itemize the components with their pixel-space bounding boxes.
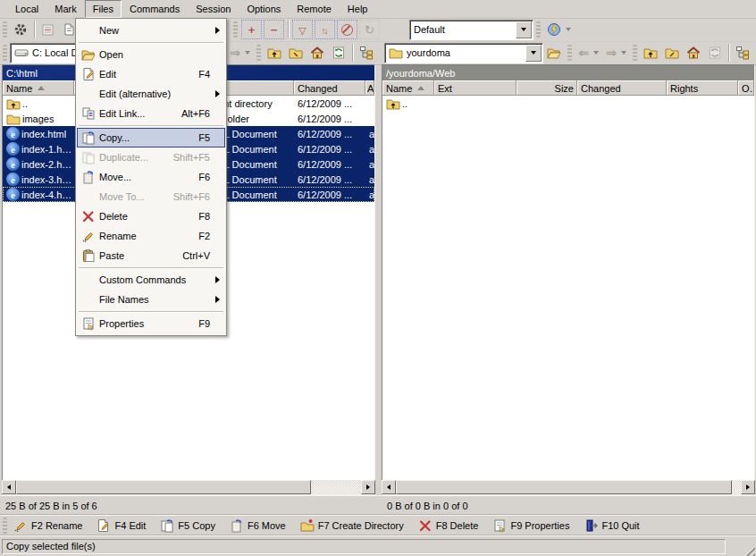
home-icon — [686, 46, 701, 60]
toolbar-grip[interactable] — [3, 45, 7, 61]
f8-delete-button[interactable]: F8 Delete — [418, 518, 479, 533]
f6-move-button[interactable]: F6 Move — [230, 518, 286, 533]
scroll-right-button[interactable] — [361, 480, 375, 494]
forward-arrow-icon: ⇒ — [606, 46, 617, 60]
f2-rename-button[interactable]: F2 Rename — [13, 518, 82, 533]
remote-open-directory-button[interactable] — [661, 43, 683, 63]
queue-button[interactable] — [38, 20, 59, 39]
f9-properties-button[interactable]: F9 Properties — [492, 518, 569, 533]
menu-item-properties[interactable]: PropertiesF9 — [77, 314, 225, 333]
toolbar-grip[interactable] — [3, 21, 7, 38]
column-header-owner[interactable]: Owner — [738, 80, 754, 96]
scroll-left-button[interactable] — [382, 480, 396, 494]
local-horizontal-scrollbar[interactable] — [2, 480, 375, 494]
column-header-ext[interactable]: Ext — [434, 80, 517, 96]
remote-path-bar[interactable]: /yourdoma/Web — [382, 65, 754, 80]
menu-remote[interactable]: Remote — [289, 0, 340, 18]
f7-create-directory-button[interactable]: F7 Create Directory — [300, 518, 404, 533]
hard-disk-icon — [14, 46, 29, 60]
f4-edit-button[interactable]: F4 Edit — [97, 518, 146, 533]
edit-link-icon — [81, 106, 96, 121]
toolbar-grip[interactable] — [633, 45, 637, 61]
menu-item-new[interactable]: New — [77, 21, 225, 40]
new-session-button[interactable] — [543, 20, 565, 39]
forward-arrow-icon: ⇒ — [230, 46, 240, 60]
menu-item-paste[interactable]: PasteCtrl+V — [77, 246, 225, 265]
local-forward-dropdown-icon — [245, 51, 250, 55]
menu-item-edit-link[interactable]: Edit Link...Alt+F6 — [77, 104, 225, 123]
remote-horizontal-scrollbar[interactable] — [382, 480, 755, 494]
menu-item-rename[interactable]: RenameF2 — [77, 226, 225, 246]
new-session-dropdown-icon[interactable] — [566, 28, 571, 31]
local-open-directory-button[interactable] — [285, 43, 307, 63]
menu-item-edit-alternative[interactable]: Edit (alternative) — [77, 84, 225, 104]
remote-file-list: .. — [382, 96, 754, 111]
f5-copy-button[interactable]: F5 Copy — [160, 518, 215, 533]
abort-button[interactable] — [337, 20, 357, 39]
html-file-icon — [6, 127, 20, 140]
scroll-left-button[interactable] — [2, 480, 16, 494]
queue-icon — [41, 22, 55, 37]
synchronize-button[interactable] — [315, 20, 335, 39]
toolbar-grip[interactable] — [536, 21, 541, 38]
sort-ascending-icon — [417, 86, 424, 90]
refresh-icon — [365, 23, 374, 37]
menu-session[interactable]: Session — [188, 0, 239, 18]
toolbar-grip[interactable] — [3, 518, 7, 534]
scroll-right-button[interactable] — [741, 480, 755, 494]
scrollbar-thumb[interactable] — [396, 480, 732, 494]
move-icon — [81, 170, 96, 184]
toolbar-grip[interactable] — [233, 21, 238, 38]
remote-directory-dropdown[interactable] — [525, 45, 542, 62]
menu-files[interactable]: Files — [85, 0, 122, 18]
remote-back-button: ⇐ — [575, 43, 592, 63]
local-parent-directory-button[interactable] — [264, 43, 285, 63]
column-header-changed[interactable]: Changed — [577, 80, 667, 96]
file-row[interactable]: .. — [382, 96, 754, 111]
menu-item-delete[interactable]: DeleteF8 — [77, 206, 225, 226]
remove-from-selection-button[interactable] — [264, 20, 284, 39]
column-header-size[interactable]: Size — [517, 80, 577, 96]
column-header-name[interactable]: Name — [3, 80, 74, 96]
scrollbar-track[interactable] — [311, 480, 361, 494]
preferences-button[interactable] — [10, 20, 31, 39]
refresh-green-icon — [332, 46, 346, 60]
submenu-arrow-icon — [215, 27, 220, 34]
resize-grip[interactable] — [743, 544, 755, 556]
scrollbar-thumb[interactable] — [16, 480, 311, 494]
menu-item-edit[interactable]: EditF4 — [77, 64, 225, 84]
remote-browse-button[interactable] — [543, 43, 565, 63]
scrollbar-track[interactable] — [732, 480, 741, 494]
column-header-rights[interactable]: Rights — [667, 80, 738, 96]
menu-item-open[interactable]: Open — [77, 45, 225, 64]
column-header-name[interactable]: Name — [382, 80, 434, 96]
menu-item-copy[interactable]: Copy...F5 — [77, 128, 225, 147]
menu-options[interactable]: Options — [239, 0, 289, 18]
filter-button[interactable] — [292, 20, 313, 39]
column-header-attr[interactable]: Attr — [365, 80, 374, 96]
session-combo-dropdown[interactable] — [516, 21, 532, 38]
status-message: Copy selected file(s) — [6, 541, 96, 552]
f10-quit-button[interactable]: F10 Quit — [584, 518, 639, 533]
menu-item-custom-commands[interactable]: Custom Commands — [77, 270, 225, 290]
toolbar-grip[interactable] — [256, 45, 261, 61]
winscp-window: Local Mark Files Commands Session Option… — [0, 0, 756, 556]
local-home-button[interactable] — [307, 43, 328, 63]
menu-help[interactable]: Help — [340, 0, 376, 18]
remote-directory-tree-button[interactable] — [732, 43, 753, 63]
menu-item-move[interactable]: Move...F6 — [77, 167, 225, 187]
menu-mark[interactable]: Mark — [46, 0, 84, 18]
add-to-selection-button[interactable] — [241, 20, 262, 39]
sync-arrows-icon — [322, 23, 329, 37]
toolbar-grip[interactable] — [567, 45, 572, 61]
menu-item-file-names[interactable]: File Names — [77, 290, 225, 309]
local-directory-tree-button[interactable] — [356, 43, 377, 63]
remote-directory-combo[interactable]: yourdoma — [384, 43, 543, 63]
remote-home-button[interactable] — [683, 43, 704, 63]
menu-commands[interactable]: Commands — [122, 0, 188, 18]
session-combo[interactable]: Default — [409, 20, 533, 40]
menu-local[interactable]: Local — [7, 0, 46, 18]
local-refresh-button[interactable] — [328, 43, 349, 63]
remote-parent-directory-button[interactable] — [640, 43, 661, 63]
column-header-changed[interactable]: Changed — [294, 80, 365, 96]
